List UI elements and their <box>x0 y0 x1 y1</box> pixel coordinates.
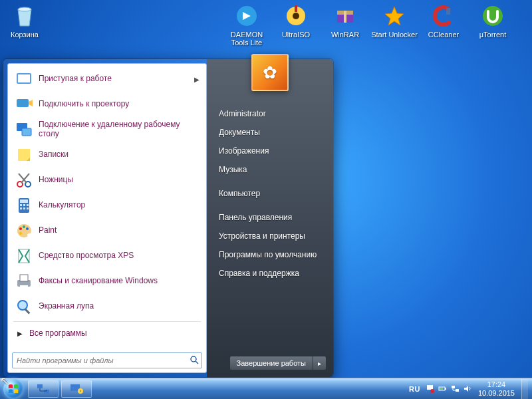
svg-point-29 <box>23 225 25 228</box>
desktop-icon-label: WinRAR <box>321 31 370 39</box>
sticky-notes-icon <box>15 146 33 164</box>
desktop-icon-label: DAEMON Tools Lite <box>222 31 271 47</box>
right-link-pictures[interactable]: Изображения <box>215 142 325 160</box>
program-fax-scan[interactable]: Факсы и сканирование Windows <box>9 269 205 294</box>
svg-point-38 <box>191 356 196 362</box>
svg-rect-26 <box>23 207 25 209</box>
desktop-icon-daemon-tools[interactable]: DAEMON Tools Lite <box>222 3 271 47</box>
ultraiso-icon <box>283 3 309 29</box>
desktop-icon-ccleaner[interactable]: CCleaner <box>419 3 468 47</box>
tray-power-icon[interactable] <box>438 384 448 394</box>
svg-point-30 <box>26 227 29 230</box>
taskbar-pinned-network[interactable] <box>28 380 59 398</box>
program-label: Экранная лупа <box>39 302 200 311</box>
desktop-icon-ultraiso[interactable]: UltraISO <box>271 3 321 47</box>
monitor-disc-icon <box>69 383 84 395</box>
program-connect-projector[interactable]: Подключить к проектору <box>9 92 205 117</box>
svg-point-36 <box>18 301 27 310</box>
shutdown-options-button[interactable]: ▸ <box>313 356 327 370</box>
all-programs[interactable]: ▶ Все программы <box>9 324 205 342</box>
program-label: Paint <box>39 226 200 235</box>
start-menu: Приступая к работе ▶ Подключить к проект… <box>3 59 334 378</box>
svg-point-0 <box>18 7 31 11</box>
svg-rect-22 <box>20 204 22 206</box>
svg-rect-12 <box>17 99 29 107</box>
start-button[interactable] <box>0 378 27 400</box>
search-icon <box>187 355 201 366</box>
svg-point-28 <box>19 227 22 230</box>
scissors-icon <box>15 171 33 190</box>
search-box[interactable] <box>12 352 202 368</box>
all-programs-label: Все программы <box>29 329 87 338</box>
calculator-icon <box>15 196 33 215</box>
windows-logo-icon <box>3 379 23 399</box>
right-link-devices-printers[interactable]: Устройства и принтеры <box>215 227 325 245</box>
start-menu-right-pane: Administrator Документы Изображения Музы… <box>207 59 333 377</box>
paint-palette-icon <box>15 221 33 240</box>
right-link-help-support[interactable]: Справка и поддержка <box>215 264 325 283</box>
desktop-icon-utorrent[interactable]: µTorrent <box>468 3 517 47</box>
svg-rect-34 <box>20 275 28 281</box>
svg-line-39 <box>196 361 198 364</box>
desktop[interactable]: Корзина DAEMON Tools Lite UltraISO WinRA… <box>0 0 532 399</box>
program-getting-started[interactable]: Приступая к работе ▶ <box>9 66 205 92</box>
start-unlocker-icon <box>381 3 408 29</box>
svg-rect-21 <box>20 200 28 203</box>
program-magnifier[interactable]: Экранная лупа <box>9 294 205 319</box>
clock-time: 17:24 <box>478 380 515 388</box>
svg-rect-37 <box>25 309 30 314</box>
right-link-documents[interactable]: Документы <box>215 123 325 142</box>
desktop-icon-label: µTorrent <box>468 31 517 39</box>
start-menu-program-list: Приступая к работе ▶ Подключить к проект… <box>8 64 206 348</box>
right-link-computer[interactable]: Компьютер <box>215 184 325 203</box>
tray-network-icon[interactable] <box>451 384 460 394</box>
search-input[interactable] <box>13 356 187 364</box>
svg-marker-13 <box>29 100 33 106</box>
getting-started-icon <box>15 70 33 88</box>
program-sticky-notes[interactable]: Записки <box>9 142 205 168</box>
desktop-icon-recycle-bin[interactable]: Корзина <box>0 3 49 47</box>
projector-icon <box>15 95 33 114</box>
xps-viewer-icon <box>15 247 33 265</box>
program-calculator[interactable]: Калькулятор <box>9 193 205 218</box>
utorrent-icon <box>479 3 506 29</box>
svg-rect-23 <box>23 204 25 206</box>
desktop-icon-start-unlocker[interactable]: Start Unlocker <box>370 3 419 47</box>
svg-rect-25 <box>20 207 22 209</box>
program-paint[interactable]: Paint <box>9 218 205 243</box>
language-indicator[interactable]: RU <box>409 385 420 393</box>
tray-volume-icon[interactable] <box>464 384 473 394</box>
program-label: Подключить к проектору <box>39 100 200 109</box>
svg-rect-7 <box>344 11 346 23</box>
program-xps-viewer[interactable]: Средство просмотра XPS <box>9 243 205 269</box>
search-wrap <box>8 348 206 372</box>
svg-rect-48 <box>440 388 443 390</box>
show-desktop-button[interactable] <box>521 379 528 399</box>
right-link-control-panel[interactable]: Панель управления <box>215 208 325 227</box>
right-link-default-programs[interactable]: Программы по умолчанию <box>215 245 325 264</box>
fax-scan-icon <box>15 272 33 291</box>
taskbar-pinned-media[interactable] <box>61 380 92 398</box>
right-link-music[interactable]: Музыка <box>215 160 325 179</box>
system-tray: RU 17:24 10.09.2015 <box>409 379 532 399</box>
taskbar-clock[interactable]: 17:24 10.09.2015 <box>478 380 515 396</box>
svg-rect-15 <box>22 128 31 136</box>
winrar-icon <box>332 3 358 29</box>
desktop-icon-winrar[interactable]: WinRAR <box>321 3 370 47</box>
svg-rect-47 <box>445 388 446 390</box>
svg-rect-35 <box>20 285 28 289</box>
program-snipping-tool[interactable]: Ножницы <box>9 168 205 193</box>
program-label: Калькулятор <box>39 201 200 210</box>
program-label: Подключение к удаленному рабочему столу <box>39 120 200 139</box>
right-link-administrator[interactable]: Administrator <box>215 104 325 123</box>
svg-rect-49 <box>452 386 455 388</box>
svg-marker-51 <box>464 386 468 392</box>
svg-rect-27 <box>27 207 29 209</box>
remote-desktop-icon <box>15 120 33 139</box>
desktop-icon-label: Корзина <box>0 31 49 39</box>
shutdown-button[interactable]: Завершение работы <box>229 356 313 370</box>
program-remote-desktop[interactable]: Подключение к удаленному рабочему столу <box>9 117 205 142</box>
tray-action-center-icon[interactable] <box>426 384 435 394</box>
ccleaner-icon <box>430 3 457 29</box>
user-avatar[interactable] <box>251 54 289 91</box>
